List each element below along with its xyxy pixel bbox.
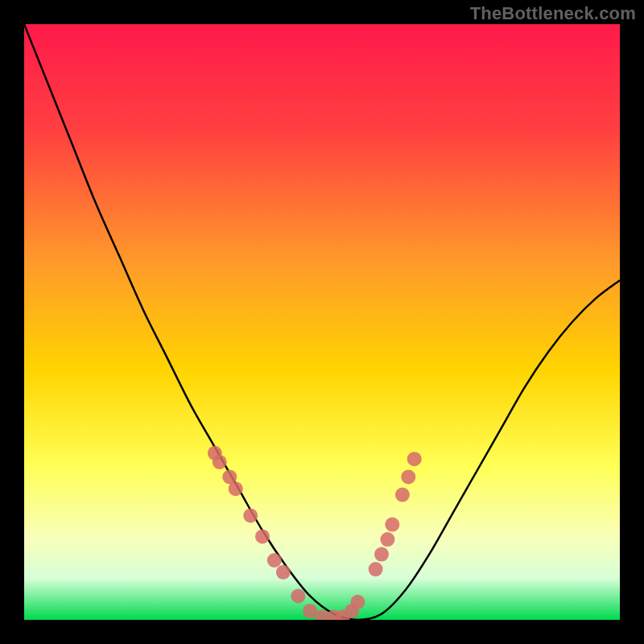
marker-dot <box>255 529 270 543</box>
marker-dot <box>380 532 394 547</box>
marker-dot <box>407 452 422 466</box>
marker-dot <box>267 553 282 568</box>
plot-background <box>24 24 620 620</box>
marker-dot <box>369 562 383 576</box>
marker-dot <box>276 565 291 580</box>
marker-dot <box>243 509 258 523</box>
marker-dot <box>374 547 389 562</box>
watermark-text: TheBottleneck.com <box>470 3 636 24</box>
marker-dot <box>395 488 410 502</box>
marker-dot <box>401 469 415 484</box>
marker-dot <box>385 518 399 532</box>
marker-dot <box>350 595 365 609</box>
marker-dot <box>213 455 227 469</box>
marker-dot <box>291 588 305 603</box>
chart-svg <box>24 24 620 620</box>
chart-frame: TheBottleneck.com <box>0 0 644 644</box>
marker-dot <box>229 481 243 496</box>
